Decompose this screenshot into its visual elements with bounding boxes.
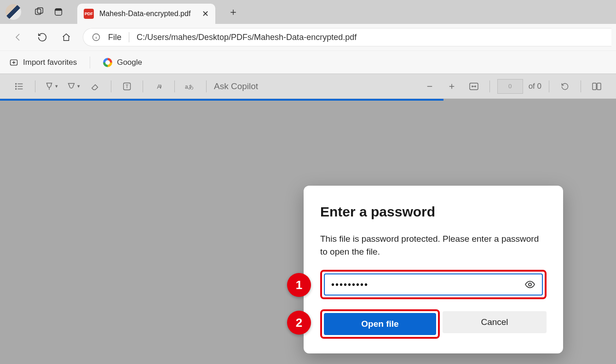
bookmark-google-label: Google bbox=[117, 58, 142, 67]
svg-rect-1 bbox=[37, 8, 43, 13]
zoom-out-button[interactable] bbox=[421, 78, 438, 95]
page-view-icon[interactable] bbox=[588, 78, 605, 95]
pdf-toolbar: ▾ ▾ T A aあ Ask Copilot of 0 bbox=[0, 74, 616, 99]
navigation-bar: File C:/Users/mahes/Desktop/PDFs/Mahesh-… bbox=[0, 24, 616, 51]
home-button[interactable] bbox=[59, 30, 74, 45]
tab-title: Mahesh-Data-encrypted.pdf bbox=[99, 10, 190, 18]
browser-tab[interactable]: PDF Mahesh-Data-encrypted.pdf ✕ bbox=[77, 4, 215, 24]
google-icon bbox=[103, 58, 112, 67]
contents-icon[interactable] bbox=[11, 78, 28, 95]
address-bar[interactable]: File C:/Users/mahes/Desktop/PDFs/Mahesh-… bbox=[83, 28, 611, 46]
svg-rect-24 bbox=[597, 83, 601, 89]
rotate-icon[interactable] bbox=[557, 78, 573, 95]
svg-text:A: A bbox=[157, 83, 161, 90]
add-text-icon[interactable]: T bbox=[119, 78, 135, 95]
bookmarks-bar: Import favorites Google bbox=[0, 51, 616, 74]
import-favorites-label: Import favorites bbox=[23, 58, 77, 67]
svg-text:aあ: aあ bbox=[185, 83, 194, 90]
svg-rect-23 bbox=[593, 83, 596, 89]
svg-point-11 bbox=[16, 83, 17, 84]
annotation-badge-2: 2 bbox=[287, 311, 311, 335]
svg-point-12 bbox=[16, 86, 17, 87]
translate-icon[interactable]: aあ bbox=[182, 78, 199, 95]
svg-rect-0 bbox=[35, 9, 41, 15]
reveal-password-icon[interactable] bbox=[524, 279, 535, 290]
annotation-badge-1: 1 bbox=[287, 273, 311, 297]
close-tab-icon[interactable]: ✕ bbox=[202, 9, 209, 19]
password-input[interactable] bbox=[331, 279, 524, 290]
read-aloud-icon[interactable]: A bbox=[150, 78, 167, 95]
address-path: C:/Users/mahes/Desktop/PDFs/Mahesh-Data-… bbox=[137, 33, 357, 42]
dialog-title: Enter a password bbox=[320, 204, 547, 220]
draw-icon[interactable]: ▾ bbox=[43, 78, 59, 95]
address-separator bbox=[129, 32, 129, 42]
pdf-icon: PDF bbox=[84, 9, 94, 19]
svg-text:T: T bbox=[126, 84, 129, 89]
zoom-in-button[interactable] bbox=[443, 78, 460, 95]
highlight-icon[interactable]: ▾ bbox=[65, 78, 81, 95]
new-tab-button[interactable]: ＋ bbox=[228, 5, 238, 19]
svg-point-25 bbox=[529, 283, 531, 286]
page-total-label: of 0 bbox=[529, 82, 541, 91]
cancel-button[interactable]: Cancel bbox=[443, 311, 547, 333]
loading-progress-bar bbox=[0, 99, 443, 101]
address-scheme: File bbox=[108, 33, 121, 42]
ask-copilot-button[interactable]: Ask Copilot bbox=[214, 81, 258, 91]
svg-point-13 bbox=[16, 88, 17, 89]
back-button[interactable] bbox=[11, 30, 26, 45]
open-file-button[interactable]: Open file bbox=[324, 313, 436, 335]
profile-avatar[interactable] bbox=[6, 4, 21, 20]
bookmark-google[interactable]: Google bbox=[103, 58, 142, 67]
tab-actions-icon[interactable] bbox=[51, 4, 66, 20]
erase-icon[interactable] bbox=[87, 78, 104, 95]
dialog-body-text: This file is password protected. Please … bbox=[320, 233, 547, 258]
site-info-icon[interactable] bbox=[92, 33, 101, 42]
refresh-button[interactable] bbox=[35, 30, 50, 45]
svg-rect-3 bbox=[55, 9, 62, 11]
bookmarks-separator bbox=[90, 57, 90, 68]
page-number-input[interactable] bbox=[497, 79, 523, 94]
password-field-highlight bbox=[320, 270, 547, 299]
workspaces-icon[interactable] bbox=[31, 4, 47, 20]
open-button-highlight: Open file bbox=[320, 309, 440, 339]
import-favorites-button[interactable]: Import favorites bbox=[9, 58, 77, 67]
fit-width-icon[interactable] bbox=[466, 78, 482, 95]
password-dialog: Enter a password This file is password p… bbox=[304, 186, 563, 353]
tab-strip: PDF Mahesh-Data-encrypted.pdf ✕ ＋ bbox=[0, 0, 616, 24]
